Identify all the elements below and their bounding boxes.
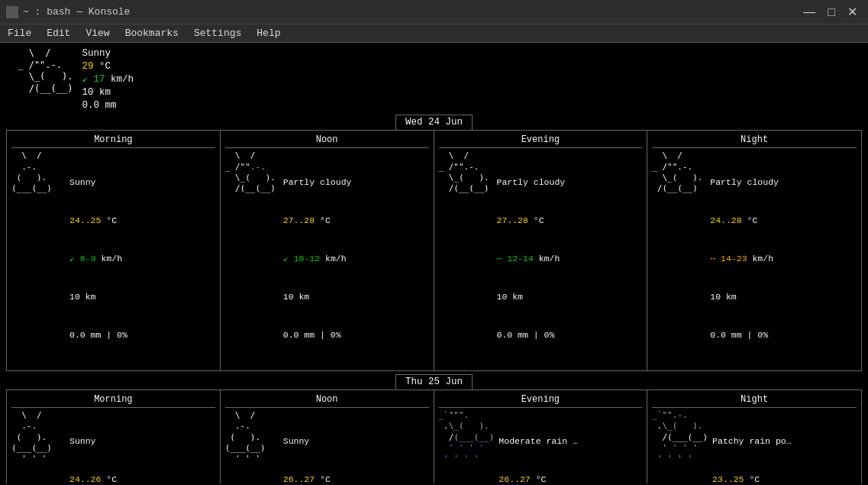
menu-bookmarks[interactable]: Bookmarks: [118, 26, 186, 40]
wed-noon-header: Noon: [225, 134, 429, 148]
thu-evening-ascii: _`""". ,\_( ). /(___(__) ' ' ' ' ' ' ' ': [439, 410, 495, 483]
wed-morning-body: \ / .-. ( ). (___(__) Sunny 24..25 °C ↙ …: [11, 150, 215, 367]
thu-morning-data: Sunny 24..26 °C ↙ 13-15 km/h 10 km 0.0 m…: [69, 410, 133, 483]
thu-noon-ascii: \ / .-. ( ). (___(__) ' ' ': [225, 410, 279, 483]
thu-morning-header: Morning: [11, 393, 215, 408]
wed-night-ascii: \ / _ /"".-. \_( ). /(__(__): [652, 150, 705, 367]
wed-night-data: Partly cloudy 24..28 °C ↔ 14-23 km/h 10 …: [710, 150, 779, 367]
weather-grid-thu: Morning \ / .-. ( ). (___(__) ' ' ' Sunn…: [6, 390, 862, 483]
wed-night: Night \ / _ /"".-. \_( ). /(__(__) Partl…: [647, 131, 861, 370]
wed-evening-header: Evening: [439, 134, 643, 148]
day-label-wed: Wed 24 Jun: [395, 115, 473, 131]
top-ascii: \ / _ /"".-. \_( ). /(__(__): [12, 47, 73, 112]
top-wind: ↙ 17: [82, 74, 105, 85]
thu-evening: Evening _`""". ,\_( ). /(___(__) ' ' ' '…: [434, 390, 648, 483]
menu-settings[interactable]: Settings: [186, 26, 249, 40]
day-section-wed: Wed 24 Jun Morning \ / .-. ( ). (___(__)…: [6, 115, 862, 370]
menu-edit[interactable]: Edit: [39, 26, 78, 40]
wed-noon: Noon \ / _ /"".-. \_( ). /(__(__) Partly…: [221, 131, 434, 370]
top-weather: \ / _ /"".-. \_( ). /(__(__) Sunny 29 °C…: [6, 46, 862, 115]
thu-noon-body: \ / .-. ( ). (___(__) ' ' ' Sunny 26..27…: [225, 410, 429, 483]
thu-noon-header: Noon: [225, 393, 429, 408]
wed-morning-ascii: \ / .-. ( ). (___(__): [11, 150, 65, 367]
wed-night-header: Night: [652, 134, 857, 148]
title-bar-left: ~ : bash — Konsole: [6, 6, 130, 18]
thu-night-data: Patchy rain po… 23..25 °C ↔ 15-27 km/h 1…: [712, 410, 792, 483]
top-info: Sunny 29 °C ↙ 17 km/h 10 km 0.0 mm: [79, 47, 134, 112]
wed-morning-header: Morning: [11, 134, 215, 148]
minimize-button[interactable]: —: [799, 6, 820, 18]
weather-grid-wed: Morning \ / .-. ( ). (___(__) Sunny 24..…: [6, 130, 862, 371]
wed-evening-ascii: \ / _ /"".-. \_( ). /(__(__): [439, 150, 492, 367]
terminal-icon: [6, 6, 18, 18]
top-visibility: 10 km: [82, 87, 111, 98]
thu-morning: Morning \ / .-. ( ). (___(__) ' ' ' Sunn…: [7, 390, 221, 483]
top-condition: Sunny: [82, 48, 111, 59]
menu-view[interactable]: View: [78, 26, 117, 40]
terminal: \ / _ /"".-. \_( ). /(__(__) Sunny 29 °C…: [0, 43, 868, 483]
maximize-button[interactable]: □: [823, 6, 840, 18]
day-label-thu: Thu 25 Jun: [395, 374, 473, 390]
wed-evening-body: \ / _ /"".-. \_( ). /(__(__) Partly clou…: [439, 150, 643, 367]
thu-night-body: _`"".-. ,\_( ). /(___(__) ' ' ' ' ' ' ' …: [652, 410, 857, 483]
title-bar: ~ : bash — Konsole — □ ✕: [0, 0, 868, 24]
menu-file[interactable]: File: [0, 26, 39, 40]
day-label-row-thu: Thu 25 Jun: [6, 374, 862, 390]
thu-morning-ascii: \ / .-. ( ). (___(__) ' ' ': [11, 410, 65, 483]
wed-morning-data: Sunny 24..25 °C ↙ 8-9 km/h 10 km 0.0 mm …: [69, 150, 133, 367]
wed-morning: Morning \ / .-. ( ). (___(__) Sunny 24..…: [7, 131, 221, 370]
thu-night: Night _`"".-. ,\_( ). /(___(__) ' ' ' ' …: [647, 390, 861, 483]
title-bar-title: ~ : bash — Konsole: [23, 6, 130, 18]
wed-evening-data: Partly cloudy 27..28 °C ↔ 12-14 km/h 10 …: [497, 150, 566, 367]
thu-noon-data: Sunny 26..27 °C ↙ 18-21 km/h 10 km 0.0 m…: [283, 410, 347, 483]
thu-evening-header: Evening: [439, 393, 643, 408]
wed-noon-ascii: \ / _ /"".-. \_( ). /(__(__): [225, 150, 279, 367]
top-temp: 29: [82, 61, 93, 72]
thu-morning-body: \ / .-. ( ). (___(__) ' ' ' Sunny 24..26…: [11, 410, 215, 483]
title-bar-controls: — □ ✕: [799, 6, 862, 18]
wed-noon-body: \ / _ /"".-. \_( ). /(__(__) Partly clou…: [225, 150, 429, 367]
day-section-thu: Thu 25 Jun Morning \ / .-. ( ). (___(__)…: [6, 374, 862, 483]
thu-night-header: Night: [652, 393, 857, 408]
menu-help[interactable]: Help: [249, 26, 288, 40]
menu-bar: File Edit View Bookmarks Settings Help: [0, 24, 868, 43]
thu-evening-data: Moderate rain … 26..27 °C ↙ 12-15 km/h 1…: [499, 410, 578, 483]
wed-evening: Evening \ / _ /"".-. \_( ). /(__(__) Par…: [434, 131, 648, 370]
day-label-row-wed: Wed 24 Jun: [6, 115, 862, 131]
thu-evening-body: _`""". ,\_( ). /(___(__) ' ' ' ' ' ' ' '…: [439, 410, 643, 483]
wed-noon-data: Partly cloudy 27..28 °C ↙ 10-12 km/h 10 …: [283, 150, 352, 367]
close-button[interactable]: ✕: [843, 6, 862, 18]
thu-night-ascii: _`"".-. ,\_( ). /(___(__) ' ' ' ' ' ' ' …: [652, 410, 708, 483]
top-precip: 0.0 mm: [82, 100, 116, 111]
thu-noon: Noon \ / .-. ( ). (___(__) ' ' ' Sunny 2…: [221, 390, 434, 483]
wed-night-body: \ / _ /"".-. \_( ). /(__(__) Partly clou…: [652, 150, 857, 367]
